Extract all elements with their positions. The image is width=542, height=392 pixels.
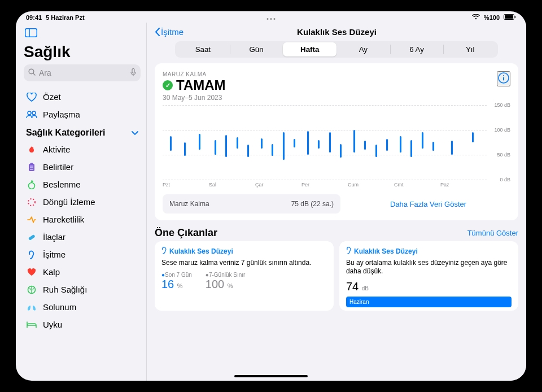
sidebar-item-beslenme[interactable]: Beslenme <box>24 176 141 193</box>
sidebar-item-uyku[interactable]: Uyku <box>24 316 141 333</box>
sidebar-item-label: Döngü İzleme <box>43 197 95 207</box>
content-area: İşitme Kulaklık Ses Düzeyi SaatGünHaftaA… <box>147 23 526 381</box>
svg-rect-7 <box>132 68 134 73</box>
show-all-button[interactable]: Tümünü Göster <box>467 229 518 237</box>
multitask-dots[interactable] <box>267 17 276 23</box>
segment-hafta[interactable]: Hafta <box>283 42 336 56</box>
exposure-summary-pill[interactable]: Maruz Kalma 75 dB (22 sa.) <box>163 194 340 214</box>
sidebar-item-solunum[interactable]: Solunum <box>24 298 141 316</box>
sidebar-item-label: İlaçlar <box>43 232 65 242</box>
sidebar-item-summary[interactable]: Özet <box>24 88 141 106</box>
exposure-label: MARUZ KALMA <box>163 71 226 77</box>
sidebar-item-hareketlilik[interactable]: Hareketlilik <box>24 211 141 228</box>
show-more-data-button[interactable]: Daha Fazla Veri Göster <box>346 194 510 214</box>
highlight-card[interactable]: Kulaklık Ses Düzeyi Bu ay ortalama kulak… <box>339 241 518 311</box>
svg-rect-2 <box>515 16 516 18</box>
sidebar-item-label: Uyku <box>43 320 62 329</box>
month-bar: Haziran <box>346 297 512 307</box>
ear-icon <box>161 247 168 256</box>
sidebar-item-label: İşitme <box>43 250 65 259</box>
apple-icon <box>26 180 37 189</box>
ear-icon <box>26 250 37 259</box>
sidebar-item-kalp[interactable]: Kalp <box>24 263 141 281</box>
clipboard-icon <box>26 163 37 172</box>
brain-icon <box>26 285 37 294</box>
wifi-icon <box>472 14 480 21</box>
app-title: Sağlık <box>24 43 141 61</box>
sidebar: Sağlık Ara Özet <box>16 23 147 381</box>
back-label: İşitme <box>161 27 183 37</box>
status-battery: %100 <box>484 14 500 21</box>
sidebar-item-belirtiler[interactable]: Belirtiler <box>24 158 141 176</box>
time-range-segment[interactable]: SaatGünHaftaAy6 AyYıl <box>175 41 498 58</box>
svg-point-15 <box>29 182 35 189</box>
chevron-down-icon <box>132 128 138 138</box>
bed-icon <box>26 321 37 328</box>
sidebar-item-label: Özet <box>43 92 61 102</box>
segment-yıl[interactable]: Yıl <box>443 42 497 56</box>
sidebar-item-sharing[interactable]: Paylaşma <box>24 106 141 123</box>
svg-point-8 <box>28 111 31 115</box>
sidebar-item-label: Aktivite <box>43 145 70 154</box>
people-icon <box>26 111 37 119</box>
checkmark-icon: ✓ <box>163 80 173 90</box>
exposure-date-range: 30 May–5 Jun 2023 <box>163 94 226 102</box>
search-input[interactable]: Ara <box>24 64 141 81</box>
segment-saat[interactable]: Saat <box>176 42 230 56</box>
search-placeholder: Ara <box>39 68 51 77</box>
svg-point-20 <box>503 75 504 76</box>
back-button[interactable]: İşitme <box>155 27 183 37</box>
segment-ay[interactable]: Ay <box>336 42 390 56</box>
lungs-icon <box>26 303 37 311</box>
mic-icon[interactable] <box>130 68 136 78</box>
home-indicator[interactable] <box>234 375 308 377</box>
svg-rect-3 <box>25 28 37 37</box>
sidebar-item-label: Hareketlilik <box>43 215 84 224</box>
segment-6 ay[interactable]: 6 Ay <box>390 42 444 56</box>
flame-icon <box>26 145 37 154</box>
highlights-title: Öne Çıkanlar <box>155 227 217 239</box>
pill-icon <box>26 233 37 242</box>
sidebar-item-label: Beslenme <box>43 180 81 189</box>
svg-point-9 <box>32 111 36 115</box>
exposure-card: MARUZ KALMA ✓ TAMAM 30 May–5 Jun 2023 <box>155 63 518 220</box>
sidebar-toggle-button[interactable] <box>24 27 38 40</box>
status-date: 5 Haziran Pzt <box>46 14 84 21</box>
mobility-icon <box>26 216 37 223</box>
sidebar-item-döngü-i̇zleme[interactable]: Döngü İzleme <box>24 193 141 211</box>
sidebar-item-aktivite[interactable]: Aktivite <box>24 141 141 158</box>
sidebar-item-label: Belirtiler <box>43 162 73 172</box>
svg-rect-17 <box>28 234 36 240</box>
sidebar-section-header[interactable]: Sağlık Kategorileri <box>24 123 141 141</box>
svg-rect-1 <box>505 15 513 19</box>
sidebar-item-ruh-sağlığı[interactable]: Ruh Sağlığı <box>24 281 141 298</box>
segment-gün[interactable]: Gün <box>230 42 283 56</box>
heart-icon <box>26 268 37 276</box>
sidebar-item-label: Paylaşma <box>43 110 80 119</box>
svg-line-6 <box>33 73 35 75</box>
cycle-icon <box>26 198 37 207</box>
svg-point-16 <box>28 199 35 206</box>
exposure-status: TAMAM <box>176 77 226 93</box>
sidebar-item-label: Solunum <box>43 302 76 312</box>
battery-icon <box>504 14 516 21</box>
sidebar-item-label: Ruh Sağlığı <box>43 285 87 294</box>
sidebar-item-i̇şitme[interactable]: İşitme <box>24 246 141 263</box>
exposure-chart[interactable]: 0 dB50 dB100 dB150 dB PztSalÇarPerCumCmt… <box>163 105 510 190</box>
search-icon <box>28 68 36 77</box>
svg-rect-21 <box>503 77 504 81</box>
ear-icon <box>346 247 352 256</box>
status-time: 09:41 <box>26 14 42 21</box>
highlight-card[interactable]: Kulaklık Ses Düzeyi Sese maruz kalma ver… <box>155 241 334 311</box>
heart-outline-icon <box>26 93 37 102</box>
sidebar-item-label: Kalp <box>43 267 60 277</box>
info-button[interactable] <box>497 71 510 86</box>
page-title: Kulaklık Ses Düzeyi <box>183 27 490 37</box>
sidebar-item-i̇laçlar[interactable]: İlaçlar <box>24 228 141 246</box>
svg-rect-11 <box>30 163 33 164</box>
